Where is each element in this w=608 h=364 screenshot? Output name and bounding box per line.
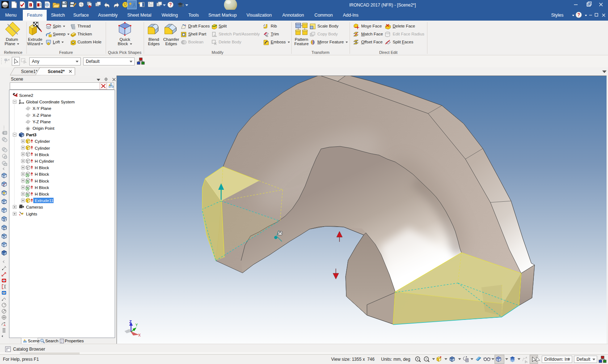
svg-text:H Block: H Block xyxy=(35,179,49,183)
svg-text:H Cylinder: H Cylinder xyxy=(35,159,54,163)
svg-text:H Block: H Block xyxy=(35,192,49,196)
svg-text:Lights: Lights xyxy=(26,212,37,216)
svg-text:I: I xyxy=(30,3,31,7)
svg-text:A: A xyxy=(4,324,6,327)
svg-text:H Block: H Block xyxy=(35,185,49,190)
svg-text:?: ? xyxy=(169,2,172,7)
svg-text:Cylinder: Cylinder xyxy=(35,139,50,144)
svg-text:Properties: Properties xyxy=(65,339,84,343)
svg-text:H Block: H Block xyxy=(35,153,49,157)
svg-text:?: ? xyxy=(578,12,580,17)
svg-text:Cylinder: Cylinder xyxy=(35,146,50,150)
svg-text:X: X xyxy=(138,333,141,337)
svg-text:Y: Y xyxy=(135,323,138,327)
svg-text:Extrude11: Extrude11 xyxy=(35,198,54,203)
svg-text:Z: Z xyxy=(129,320,132,324)
svg-text:H Block: H Block xyxy=(35,172,49,176)
svg-text:Cameras: Cameras xyxy=(26,205,43,209)
svg-text:H Block: H Block xyxy=(35,166,49,170)
svg-text:Search: Search xyxy=(45,339,58,343)
svg-text:Scene: Scene xyxy=(28,339,40,343)
